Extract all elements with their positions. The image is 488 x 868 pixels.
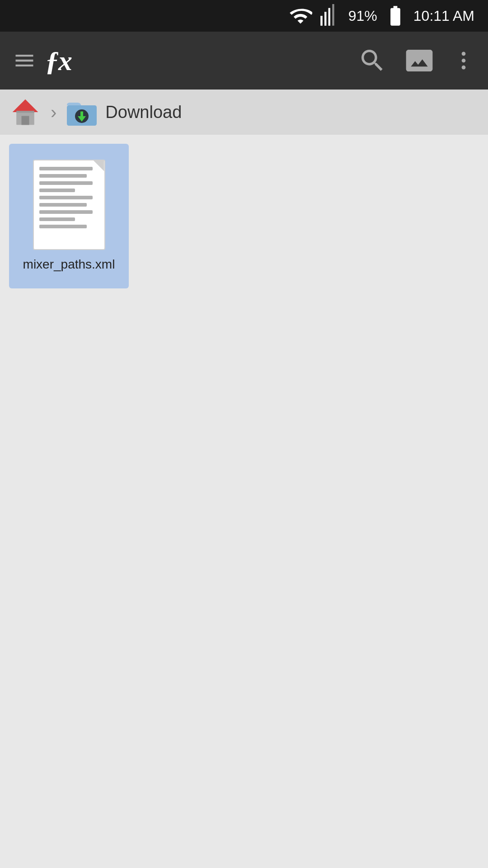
file-line [39, 167, 93, 170]
search-button[interactable] [358, 46, 387, 75]
menu-icon[interactable] [13, 49, 36, 72]
file-line [39, 196, 93, 199]
svg-point-1 [462, 59, 466, 63]
file-line [39, 174, 87, 178]
gallery-button[interactable] [405, 46, 434, 75]
signal-icon [319, 4, 342, 28]
file-line [39, 189, 75, 192]
file-line [39, 181, 93, 185]
svg-rect-6 [16, 111, 34, 113]
home-breadcrumb[interactable] [9, 96, 42, 128]
file-grid: mixer_paths.xml [0, 135, 488, 297]
svg-rect-10 [80, 112, 83, 117]
app-logo: ƒx [45, 45, 349, 77]
download-folder-icon[interactable] [66, 96, 98, 128]
app-bar: ƒx [0, 32, 488, 90]
more-options-button[interactable] [452, 49, 475, 72]
file-name: mixer_paths.xml [23, 256, 115, 273]
svg-point-2 [462, 66, 466, 70]
file-line [39, 203, 87, 207]
svg-marker-4 [13, 99, 38, 112]
file-item[interactable]: mixer_paths.xml [9, 144, 129, 288]
app-bar-actions [358, 46, 475, 75]
file-line [39, 225, 87, 228]
battery-level: 91% [348, 8, 377, 24]
breadcrumb-bar: › Download [0, 90, 488, 135]
status-icons: 91% 10:11 AM [289, 4, 474, 28]
svg-point-0 [462, 52, 466, 56]
breadcrumb-separator: › [51, 102, 56, 123]
file-icon [33, 160, 105, 250]
file-line [39, 217, 75, 221]
wifi-icon [289, 4, 312, 28]
status-bar: 91% 10:11 AM [0, 0, 488, 32]
battery-icon [384, 4, 407, 28]
svg-rect-5 [22, 116, 29, 125]
file-line [39, 210, 93, 214]
time-display: 10:11 AM [413, 8, 474, 24]
breadcrumb-folder-name: Download [105, 103, 182, 122]
